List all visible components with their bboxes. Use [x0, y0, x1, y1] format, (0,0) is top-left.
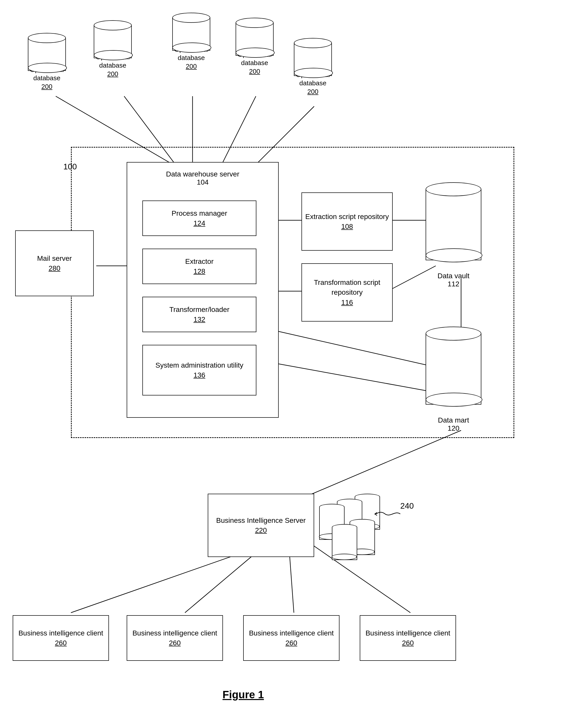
op-db-4: Operational database 200 — [236, 18, 274, 56]
dw-server-box: Data warehouse server 104 Process manage… — [127, 162, 279, 418]
dw-server-label: Data warehouse server — [127, 170, 278, 178]
bi-client-3-num: 260 — [249, 638, 334, 648]
bi-client-2-label: Business intelligence client — [132, 628, 217, 638]
sysadmin-num: 136 — [155, 370, 243, 380]
svg-line-13 — [289, 430, 461, 504]
transformer-label: Transformer/loader — [169, 305, 229, 314]
extraction-num: 108 — [305, 221, 389, 232]
sysadmin-label: System administration utility — [155, 360, 243, 370]
diagram: Operational database 200 Operational dat… — [0, 0, 588, 717]
bi-server-label: Business Intelligence Server — [216, 516, 306, 525]
op-db-1: Operational database 200 — [28, 33, 66, 71]
data-mart-label: Data mart — [426, 416, 481, 424]
dw-server-num: 104 — [127, 178, 278, 186]
process-manager-label: Process manager — [171, 209, 227, 218]
bi-client-2-num: 260 — [132, 638, 217, 648]
bi-client-3-box: Business intelligence client 260 — [243, 615, 339, 661]
mail-server-box: Mail server 280 — [15, 231, 94, 296]
data-mart: Data mart 120 — [426, 327, 481, 405]
mail-server-num: 280 — [37, 263, 72, 273]
data-mart-num: 120 — [426, 424, 481, 432]
extraction-label: Extraction script repository — [305, 212, 389, 221]
extraction-repo-box: Extraction script repository 108 — [301, 192, 393, 251]
transformer-num: 132 — [169, 314, 229, 324]
op-db-3-num: 200 — [186, 63, 196, 70]
bi-client-1-box: Business intelligence client 260 — [13, 615, 109, 661]
process-manager-num: 124 — [171, 218, 227, 228]
bi-client-4-box: Business intelligence client 260 — [360, 615, 456, 661]
transformation-num: 116 — [302, 298, 392, 307]
op-db-1-num: 200 — [41, 83, 52, 90]
sysadmin-box: System administration utility 136 — [142, 345, 256, 395]
bi-client-4-label: Business intelligence client — [365, 628, 450, 638]
bi-client-4-num: 260 — [365, 638, 450, 648]
bi-group-label: 240 — [400, 501, 414, 510]
extractor-num: 128 — [185, 266, 214, 276]
data-vault: Data vault 112 — [426, 182, 481, 260]
mail-server-label: Mail server — [37, 254, 72, 263]
bi-client-1-label: Business intelligence client — [19, 628, 103, 638]
bi-server-box: Business Intelligence Server 220 — [208, 494, 314, 557]
bi-server-num: 220 — [216, 525, 306, 535]
bi-server-cylinders — [319, 494, 390, 560]
op-db-2: Operational database 200 — [94, 20, 132, 58]
transformer-box: Transformer/loader 132 — [142, 297, 256, 332]
op-db-5: Operational database 200 — [294, 38, 332, 76]
bi-client-1-num: 260 — [19, 638, 103, 648]
figure-label: Figure 1 — [205, 689, 281, 701]
op-db-4-num: 200 — [249, 68, 260, 75]
data-vault-num: 112 — [426, 280, 481, 288]
extractor-label: Extractor — [185, 257, 214, 266]
data-vault-label: Data vault — [426, 272, 481, 280]
transformation-label: Transformation script repository — [302, 278, 392, 297]
transformation-repo-box: Transformation script repository 116 — [301, 263, 393, 322]
extractor-box: Extractor 128 — [142, 248, 256, 284]
op-db-5-num: 200 — [307, 88, 318, 95]
op-db-2-num: 200 — [107, 70, 118, 78]
bi-client-2-box: Business intelligence client 260 — [127, 615, 223, 661]
bi-client-3-label: Business intelligence client — [249, 628, 334, 638]
process-manager-box: Process manager 124 — [142, 200, 256, 236]
op-db-3: Operational database 200 — [172, 13, 210, 51]
